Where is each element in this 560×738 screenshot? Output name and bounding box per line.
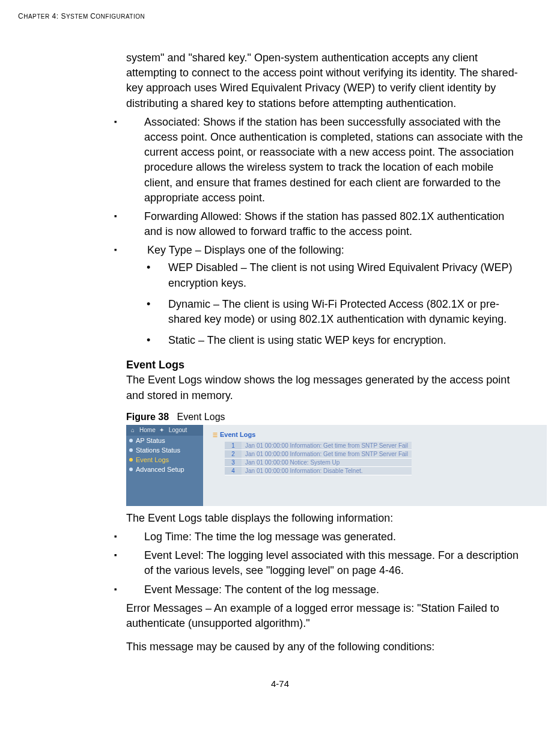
bullet-event-level: Event Level: The logging level associate… — [126, 548, 524, 578]
sub-wep-disabled: WEP Disabled – The client is not using W… — [157, 260, 524, 290]
section-description: The Event Logs window shows the log mess… — [126, 373, 524, 403]
home-label: Home — [139, 427, 156, 433]
logout-icon: ✦ — [159, 427, 164, 433]
bullet-associated: Associated: Shows if the station has bee… — [126, 115, 524, 206]
figure-title: Event Logs — [177, 412, 225, 422]
page-number: 4-74 — [18, 679, 542, 689]
log-row: 4Jan 01 00:00:00 Information: Disable Te… — [225, 466, 412, 475]
nav-stations-status: Stations Status — [126, 445, 203, 455]
conditions-para: This message may be caused by any of the… — [126, 639, 524, 654]
figure-caption: Figure 38 Event Logs — [126, 412, 524, 422]
figure-label: Figure 38 — [126, 412, 169, 422]
log-row: 2Jan 01 00:00:00 Information: Get time f… — [225, 450, 412, 458]
row-num: 2 — [225, 450, 242, 458]
table-intro: The Event Logs table displays the follow… — [126, 511, 524, 526]
log-row: 1Jan 01 00:00:00 Information: Get time f… — [225, 442, 412, 450]
row-text: Jan 01 00:00:00 Information: Get time fr… — [242, 442, 412, 450]
nav-event-logs: Event Logs — [126, 455, 203, 465]
bullet-event-message: Event Message: The content of the log me… — [126, 582, 524, 597]
bullet-list: Associated: Shows if the station has bee… — [126, 115, 524, 349]
nav-ap-status: AP Status — [126, 436, 203, 445]
row-num: 1 — [225, 442, 242, 450]
shot-top-bar: ⌂ Home ✦ Logout — [126, 425, 203, 436]
shot-sidebar: ⌂ Home ✦ Logout AP Status Stations Statu… — [126, 425, 203, 506]
home-icon: ⌂ — [131, 427, 135, 433]
shot-panel-title: Event Logs — [203, 425, 547, 442]
nav-advanced-setup: Advanced Setup — [126, 465, 203, 474]
shot-main-panel: Event Logs 1Jan 01 00:00:00 Information:… — [203, 425, 547, 506]
log-row: 3Jan 01 00:00:00 Notice: System Up — [225, 458, 412, 466]
key-type-sublist: WEP Disabled – The client is not using W… — [144, 260, 524, 348]
bullet-forwarding: Forwarding Allowed: Shows if the station… — [126, 209, 524, 239]
bullet-log-time: Log Time: The time the log message was g… — [126, 529, 524, 544]
content-area: system" and "shared key." Open-system au… — [126, 50, 524, 654]
logout-label: Logout — [169, 427, 187, 433]
row-text: Jan 01 00:00:00 Information: Disable Tel… — [242, 466, 412, 475]
row-text: Jan 01 00:00:00 Information: Get time fr… — [242, 450, 412, 458]
row-text: Jan 01 00:00:00 Notice: System Up — [242, 458, 412, 466]
table-info-list: Log Time: The time the log message was g… — [126, 529, 524, 597]
error-messages-para: Error Messages – An example of a logged … — [126, 601, 524, 631]
event-logs-screenshot: ⌂ Home ✦ Logout AP Status Stations Statu… — [126, 425, 547, 506]
bullet-keytype: Key Type – Displays one of the following… — [126, 243, 524, 348]
chapter-word: CHAPTER 4: SYSTEM CONFIGURATION — [18, 12, 145, 20]
row-num: 3 — [225, 458, 242, 466]
page-header: CHAPTER 4: SYSTEM CONFIGURATION — [18, 12, 542, 20]
row-num: 4 — [225, 466, 242, 475]
sub-static: Static – The client is using static WEP … — [157, 333, 524, 348]
intro-paragraph: system" and "shared key." Open-system au… — [126, 50, 524, 111]
section-heading: Event Logs — [126, 359, 524, 371]
sub-dynamic: Dynamic – The client is using Wi-Fi Prot… — [157, 297, 524, 327]
event-log-table: 1Jan 01 00:00:00 Information: Get time f… — [225, 442, 412, 475]
